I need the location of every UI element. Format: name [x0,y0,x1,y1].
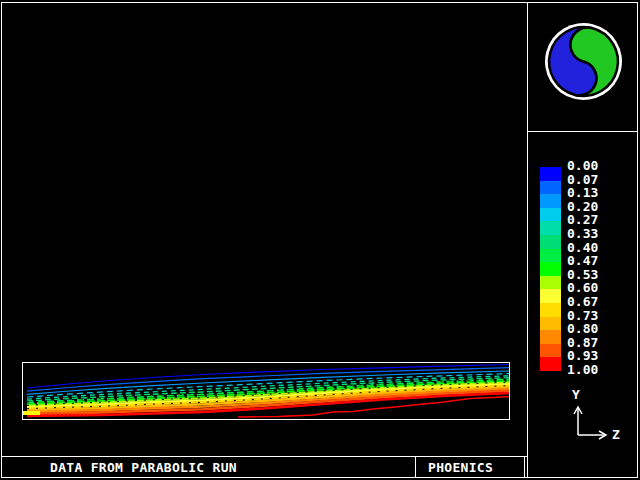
legend-value: 1.00 [567,363,598,377]
legend-value: 0.80 [567,322,598,336]
legend-color-band [540,208,561,222]
legend-color-band [540,330,561,344]
legend-color-band [540,249,561,263]
legend-values: 0.000.070.130.200.270.330.400.470.530.60… [567,159,598,377]
legend-value: 0.27 [567,213,598,227]
legend-color-band [540,357,561,371]
legend-value: 0.53 [567,268,598,282]
legend-value: 0.67 [567,295,598,309]
phoenics-screen: 0.000.070.130.200.270.330.400.470.530.60… [0,0,640,480]
contour-corner-patch [23,411,40,415]
legend-value: 0.00 [567,159,598,173]
legend-colorbar [540,167,561,371]
axis-arrows [558,402,618,444]
axis-y-label: Y [572,387,580,402]
legend-value: 0.20 [567,200,598,214]
contour-plot-svg [23,363,509,419]
legend-value: 0.07 [567,173,598,187]
sidebar-divider [527,2,528,477]
legend-color-band [540,181,561,195]
legend-color-band [540,303,561,317]
legend-value: 0.47 [567,254,598,268]
legend-color-band [540,167,561,181]
phoenics-box-right-edge [524,456,525,477]
legend-color-band [540,289,561,303]
status-bar-divider [1,456,527,457]
phoenics-box-left-edge [415,456,416,477]
legend-value: 0.60 [567,281,598,295]
legend-value: 0.87 [567,336,598,350]
legend-color-band [540,221,561,235]
legend-color-band [540,262,561,276]
legend-color-band [540,235,561,249]
legend-color-band [540,344,561,358]
phoenics-logo [543,21,624,102]
logo-box-divider [527,131,637,132]
legend-value: 0.33 [567,227,598,241]
contour-plot-box [22,362,510,420]
legend-value: 0.13 [567,186,598,200]
legend-value: 0.93 [567,349,598,363]
status-bar-app-name: PHOENICS [428,460,493,475]
legend-color-band [540,276,561,290]
legend-value: 0.73 [567,309,598,323]
legend-color-band [540,317,561,331]
legend-value: 0.40 [567,241,598,255]
legend-color-band [540,194,561,208]
status-bar-title: DATA FROM PARABOLIC RUN [50,460,237,475]
